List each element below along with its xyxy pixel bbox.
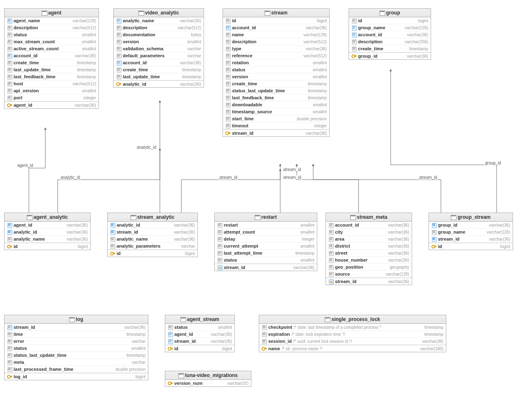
entity-agent_stream[interactable]: agent_streamstatussmallintagent_idvarcha… (165, 315, 235, 352)
entity-video_analytic[interactable]: video_analyticanalytic_namevarchar(36)de… (113, 8, 204, 88)
column-row[interactable]: areavarchar(36) (326, 236, 412, 243)
column-row[interactable]: create_timetimestamp (223, 80, 329, 87)
column-row[interactable]: stream_idvarchar(36) (223, 129, 329, 136)
column-row[interactable]: agent_idvarchar(36) (5, 101, 98, 108)
column-row[interactable]: stream_idvarchar(36) (326, 278, 412, 285)
column-row[interactable]: statussmallint (165, 324, 234, 331)
entity-group_stream[interactable]: group_streamgroup_idvarchar(36)group_nam… (429, 213, 513, 250)
column-row[interactable]: stream_idvarchar(36) (429, 236, 513, 243)
column-row[interactable]: cityvarchar(36) (326, 229, 412, 236)
column-row[interactable]: name/* str: process name */varchar(100) (259, 345, 446, 352)
column-row[interactable]: descriptionvarchar(512) (223, 38, 329, 45)
column-row[interactable]: analytic_parametersvarchar (108, 243, 197, 250)
column-row[interactable]: group_namevarchar(128) (349, 24, 431, 31)
column-row[interactable]: stream_idvarchar(36) (108, 229, 197, 236)
column-row[interactable]: log_idbigint (5, 373, 148, 380)
column-row[interactable]: agent_namevarchar(128) (5, 17, 98, 24)
entity-header-stream_analytic[interactable]: stream_analytic (108, 213, 197, 222)
entity-header-video_analytic[interactable]: video_analytic (114, 9, 204, 17)
column-row[interactable]: versionsmallint (114, 38, 204, 45)
column-row[interactable]: idbigint (429, 243, 513, 250)
entity-stream_analytic[interactable]: stream_analyticanalytic_idvarchar(36)str… (107, 213, 198, 257)
column-row[interactable]: version_numvarchar(32) (165, 380, 251, 386)
column-row[interactable]: sourcevarchar(128) (326, 271, 412, 278)
column-row[interactable]: statussmallint (215, 257, 317, 264)
column-row[interactable]: restartsmallint (215, 222, 317, 229)
entity-log[interactable]: logstream_idvarchar(36)timetimestamperro… (4, 315, 148, 380)
column-row[interactable]: districtvarchar(36) (326, 243, 412, 250)
column-row[interactable]: status_last_update_timetimestamp (223, 87, 329, 94)
column-row[interactable]: group_namevarchar(128) (429, 229, 513, 236)
column-row[interactable]: current_attemptsmallint (215, 243, 317, 250)
entity-header-single_process_lock[interactable]: single_process_lock (259, 315, 446, 324)
entity-header-group_stream[interactable]: group_stream (429, 213, 513, 222)
column-row[interactable]: group_idvarchar(36) (429, 222, 513, 229)
column-row[interactable]: typevarchar(36) (223, 45, 329, 52)
column-row[interactable]: statussmallint (5, 31, 98, 38)
column-row[interactable]: api_versionsmallint (5, 87, 98, 94)
column-row[interactable]: timeoutinteger (223, 122, 329, 129)
entity-header-stream_meta[interactable]: stream_meta (326, 213, 412, 222)
entity-header-stream[interactable]: stream (223, 9, 329, 17)
column-row[interactable]: account_idvarchar(36) (349, 31, 431, 38)
column-row[interactable]: analytic_idvarchar(36) (5, 229, 90, 236)
column-row[interactable]: agent_idvarchar(36) (165, 331, 234, 338)
column-row[interactable]: expiration/* date: lock expiration time … (259, 331, 446, 338)
column-row[interactable]: timetimestamp (5, 331, 148, 338)
column-row[interactable]: create_timetimestamp (5, 59, 98, 66)
column-row[interactable]: checkpoint/* date: last timestamp of a c… (259, 324, 446, 331)
column-row[interactable]: status_last_update_timetimestamp (5, 352, 148, 359)
column-row[interactable]: idbigint (108, 250, 197, 257)
column-row[interactable]: idbigint (223, 17, 329, 24)
column-row[interactable]: last_update_timetimestamp (114, 73, 204, 80)
column-row[interactable]: account_idvarchar(36) (5, 52, 98, 59)
column-row[interactable]: create_timetimestamp (114, 66, 204, 73)
column-row[interactable]: metavarchar (5, 359, 148, 366)
column-row[interactable]: delayinteger (215, 236, 317, 243)
column-row[interactable]: last_processed_frame_timedouble precisio… (5, 366, 148, 373)
column-row[interactable]: last_feedback_timetimestamp (5, 73, 98, 80)
column-row[interactable]: statussmallint (223, 66, 329, 73)
entity-header-group[interactable]: group (349, 9, 431, 17)
entity-header-agent[interactable]: agent (5, 9, 98, 17)
entity-agent_analytic[interactable]: agent_analyticagent_idvarchar(36)analyti… (4, 213, 91, 250)
entity-header-agent_stream[interactable]: agent_stream (165, 315, 234, 324)
column-row[interactable]: active_stream_countsmallint (5, 45, 98, 52)
column-row[interactable]: downloadablesmallint (223, 101, 329, 108)
column-row[interactable]: referencevarchar(512) (223, 52, 329, 59)
entity-restart[interactable]: restartrestartsmallintattempt_countsmall… (214, 213, 317, 271)
entity-header-restart[interactable]: restart (215, 213, 317, 222)
entity-agent[interactable]: agentagent_namevarchar(128)descriptionva… (4, 8, 99, 109)
column-row[interactable]: house_numbervarchar(36) (326, 257, 412, 264)
column-row[interactable]: stream_idvarchar(36) (215, 264, 317, 271)
column-row[interactable]: statussmallint (5, 345, 148, 352)
entity-stream_meta[interactable]: stream_metaaccount_idvarchar(36)cityvarc… (326, 213, 412, 285)
entity-luna_video_migrations[interactable]: luna-video_migrationsversion_numvarchar(… (165, 371, 251, 387)
column-row[interactable]: hostvarchar(512) (5, 80, 98, 87)
column-row[interactable]: analytic_idvarchar(36) (114, 80, 204, 87)
column-row[interactable]: timestamp_sourcesmallint (223, 108, 329, 115)
column-row[interactable]: geo_positiongeography (326, 264, 412, 271)
column-row[interactable]: descriptionvarchar(512) (114, 24, 204, 31)
column-row[interactable]: stream_idvarchar(36) (165, 338, 234, 345)
column-row[interactable]: descriptionvarchar(512) (5, 24, 98, 31)
entity-stream[interactable]: streamidbigintaccount_idvarchar(36)namev… (223, 8, 330, 137)
column-row[interactable]: last_feedback_timetimestamp (223, 94, 329, 101)
column-row[interactable]: account_idvarchar(36) (223, 24, 329, 31)
column-row[interactable]: descriptionvarchar(256) (349, 38, 431, 45)
column-row[interactable]: namevarchar(128) (223, 31, 329, 38)
column-row[interactable]: default_parametersvarchar (114, 52, 204, 59)
column-row[interactable]: versionsmallint (223, 73, 329, 80)
column-row[interactable]: agent_idvarchar(36) (5, 222, 90, 229)
column-row[interactable]: account_idvarchar(36) (114, 59, 204, 66)
column-row[interactable]: max_stream_countsmallint (5, 38, 98, 45)
column-row[interactable]: last_update_timetimestamp (5, 66, 98, 73)
column-row[interactable]: attempt_countsmallint (215, 229, 317, 236)
column-row[interactable]: session_id/* uuid: current lock session … (259, 338, 446, 345)
column-row[interactable]: analytic_namevarchar(36) (5, 236, 90, 243)
column-row[interactable]: stream_idvarchar(36) (5, 324, 148, 331)
column-row[interactable]: portinteger (5, 94, 98, 101)
column-row[interactable]: documentationbytea (114, 31, 204, 38)
column-row[interactable]: account_idvarchar(36) (326, 222, 412, 229)
column-row[interactable]: analytic_namevarchar(36) (114, 17, 204, 24)
